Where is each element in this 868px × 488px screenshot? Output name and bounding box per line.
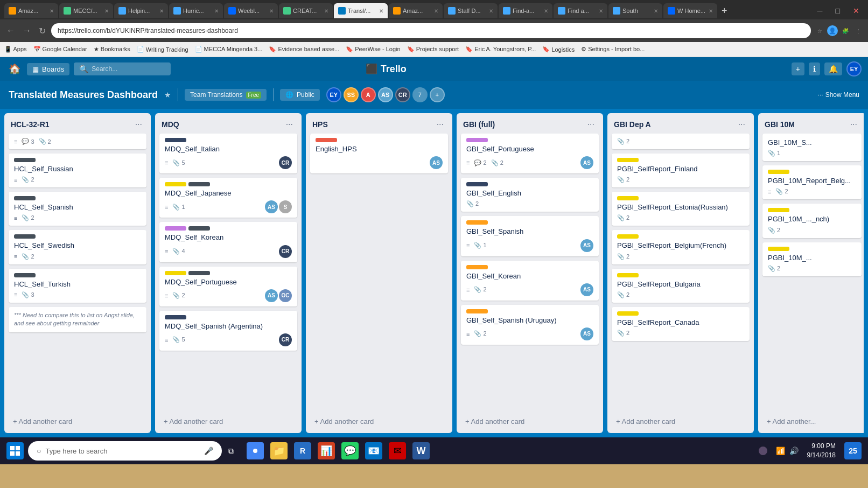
card-gbi-spanish[interactable]: GBI_Self_Spanish ≡ 📎 1 AS	[461, 216, 599, 256]
tab-close-icon[interactable]: ✕	[324, 8, 328, 14]
bookmark-writing[interactable]: 📄 Writing Tracking	[137, 46, 188, 53]
taskbar-word-icon[interactable]: W	[412, 442, 430, 459]
card-gbi10m-4[interactable]: PGBI_10M_... 📎 2	[762, 242, 862, 276]
bookmark-gcal[interactable]: 📅 Google Calendar	[33, 46, 87, 53]
taskbar-date-badge[interactable]: 25	[844, 442, 862, 459]
bookmark-peerwise[interactable]: 🔖 PeerWise - Login	[346, 46, 400, 53]
add-card-button-gbidepa[interactable]: + Add another card	[612, 414, 750, 429]
add-card-button-gbi10m[interactable]: + Add another...	[762, 414, 862, 429]
card-gbidepa-blank[interactable]: 📎 2	[612, 134, 750, 149]
add-card-button-hcl32r1[interactable]: + Add another card	[9, 414, 146, 429]
tab-mecca[interactable]: MECC/... ✕	[59, 3, 113, 18]
tab-close-icon[interactable]: ✕	[489, 8, 493, 14]
back-button[interactable]: ←	[4, 24, 17, 38]
column-menu-button-gbifull[interactable]: ···	[585, 118, 597, 130]
card-gbi-english[interactable]: GBI_Self_English 📎 2	[461, 178, 599, 212]
tab-hurric[interactable]: Hurric... ✕	[169, 3, 223, 18]
board-title[interactable]: Translated Measures Dashboard	[9, 89, 158, 101]
tab-close-icon[interactable]: ✕	[214, 8, 219, 14]
column-menu-button-hcl32r1[interactable]: ···	[133, 118, 144, 130]
tab-close-icon[interactable]: ✕	[379, 8, 383, 14]
card-pgbi-finland[interactable]: PGBI_SelfReport_Finland 📎 2	[612, 154, 750, 187]
column-menu-button-gbidepa[interactable]: ···	[736, 118, 747, 130]
taskbar-chrome-icon[interactable]	[247, 442, 264, 459]
tab-amaz1[interactable]: Amaz... ✕	[4, 3, 58, 18]
add-card-button-gbifull[interactable]: + Add another card	[461, 414, 599, 429]
column-menu-button-mdq[interactable]: ···	[284, 118, 295, 130]
board-team-button[interactable]: Team Translations Free	[185, 89, 267, 101]
notifications-button[interactable]: 🔔	[824, 62, 842, 75]
trello-search-input[interactable]	[92, 65, 156, 73]
task-view-button[interactable]: ⧉	[226, 444, 236, 458]
tab-helpin[interactable]: Helpin... ✕	[114, 3, 168, 18]
tab-close-icon[interactable]: ✕	[654, 8, 658, 14]
tab-close-icon[interactable]: ✕	[434, 8, 438, 14]
add-card-button-hps[interactable]: + Add another card	[310, 414, 448, 429]
boards-button[interactable]: ▦ HCL-32-R1 Boards	[27, 63, 69, 75]
card-gbi-korean[interactable]: GBI_Self_Korean ≡ 📎 2 AS	[461, 261, 599, 301]
card-gbi-spanish-uru[interactable]: GBI_Self_Spanish (Uruguay) ≡ 📎 2 AS	[461, 305, 599, 345]
tab-weebl[interactable]: Weebl... ✕	[224, 3, 278, 18]
taskbar-outlook-icon[interactable]: 📧	[365, 442, 382, 459]
taskbar-powerpoint-icon[interactable]: 📊	[318, 442, 335, 459]
bookmark-apps[interactable]: 📱 Apps	[4, 46, 27, 53]
card-mdq-italian[interactable]: MDQ_Self_Italian ≡ 📎 5 CR	[159, 134, 297, 173]
tab-home[interactable]: W Home... ✕	[663, 3, 717, 18]
bookmark-projects[interactable]: 🔖 Projects support	[407, 46, 459, 53]
trello-home-button[interactable]: 🏠	[6, 61, 23, 77]
card-mdq-japanese[interactable]: MDQ_Self_Japanese ≡ 📎 1 AS S	[159, 178, 297, 218]
tab-amaz2[interactable]: Amaz... ✕	[389, 3, 443, 18]
tab-staffd[interactable]: Staff D... ✕	[444, 3, 498, 18]
bookmark-mecca[interactable]: 📄 MECCA Mingenda 3...	[195, 46, 263, 53]
volume-icon[interactable]: 🔊	[789, 447, 799, 455]
taskbar-search-box[interactable]: ○ Type here to search 🎤	[28, 441, 222, 461]
taskbar-mic-icon[interactable]: 🎤	[204, 447, 213, 455]
taskbar-mail-icon[interactable]: ✉	[389, 442, 406, 459]
member-cr[interactable]: CR	[395, 87, 410, 102]
card-hps-english[interactable]: English_HPS AS	[310, 134, 448, 173]
board-visibility-button[interactable]: 🌐 Public	[280, 89, 320, 101]
tab-close-icon[interactable]: ✕	[159, 8, 164, 14]
card-hcl-header[interactable]: ≡ 💬 3 📎 2	[9, 134, 146, 149]
card-hcl-russian[interactable]: HCL_Self_Russian ≡ 📎 2	[9, 154, 146, 187]
close-button[interactable]: ✕	[849, 5, 864, 16]
minimize-button[interactable]: ─	[813, 5, 827, 16]
tab-finda2[interactable]: Find a... ✕	[554, 3, 607, 18]
card-hcl-note[interactable]: *** Need to compare this to list on Angs…	[9, 307, 146, 332]
card-pgbi-estonia[interactable]: PGBI_SelfReport_Estonia(Russian) 📎 2	[612, 192, 750, 226]
network-icon[interactable]: 📶	[776, 447, 785, 455]
tab-close-icon[interactable]: ✕	[544, 8, 548, 14]
taskbar-files-icon[interactable]: 📁	[270, 442, 288, 459]
profile-icon[interactable]: 👤	[827, 25, 838, 36]
member-ss[interactable]: SS	[344, 87, 359, 102]
card-gbi-portuguese[interactable]: GBI_Self_Portuguese ≡ 💬 2 📎 2 AS	[461, 134, 599, 173]
user-avatar[interactable]: EY	[846, 61, 862, 76]
taskbar-r-icon[interactable]: R	[294, 442, 311, 459]
card-gbi10m-2[interactable]: PGBI_10M_Report_Belg... ≡ 📎 2	[762, 165, 862, 199]
add-member-button[interactable]: +	[430, 87, 445, 102]
address-bar[interactable]: https://trello.com/b/dYUKINRP/translated…	[51, 23, 811, 38]
card-mdq-portuguese[interactable]: MDQ_Self_Portuguese ≡ 📎 2 AS OC	[159, 267, 297, 306]
reload-button[interactable]: ↻	[37, 24, 48, 38]
card-mdq-korean[interactable]: MDQ_Self_Korean ≡ 📎 4 CR	[159, 222, 297, 262]
card-gbi10m-3[interactable]: PGBI_10M_..._nch) 📎 2	[762, 204, 862, 238]
tab-creat[interactable]: CREAT... ✕	[279, 3, 333, 18]
info-button[interactable]: ℹ	[809, 62, 820, 75]
card-hcl-swedish[interactable]: HCL_Self_Swedish ≡ 📎 2	[9, 230, 146, 264]
bookmark-eric[interactable]: 🔖 Eric A. Youngstrom, P...	[465, 46, 536, 53]
bookmark-evidence[interactable]: 🔖 Evidence based asse...	[269, 46, 339, 53]
tab-close-icon[interactable]: ✕	[599, 8, 603, 14]
member-ey[interactable]: EY	[326, 87, 341, 102]
forward-button[interactable]: →	[20, 24, 33, 38]
tab-close-icon[interactable]: ✕	[104, 8, 109, 14]
column-menu-button-hps[interactable]: ···	[435, 118, 446, 130]
bookmark-settings[interactable]: ⚙ Settings - Import bo...	[581, 46, 645, 53]
tab-close-icon[interactable]: ✕	[269, 8, 274, 14]
add-button[interactable]: +	[792, 62, 804, 75]
taskbar-dropbox-icon[interactable]	[759, 447, 767, 455]
extensions-icon[interactable]: 🧩	[840, 25, 851, 36]
card-mdq-spanish-arg[interactable]: MDQ_Self_Spanish (Argentina) ≡ 📎 5 CR	[159, 311, 297, 351]
add-card-button-mdq[interactable]: + Add another card	[159, 414, 297, 429]
tab-close-icon[interactable]: ✕	[709, 8, 713, 14]
member-count[interactable]: 7	[412, 87, 428, 102]
